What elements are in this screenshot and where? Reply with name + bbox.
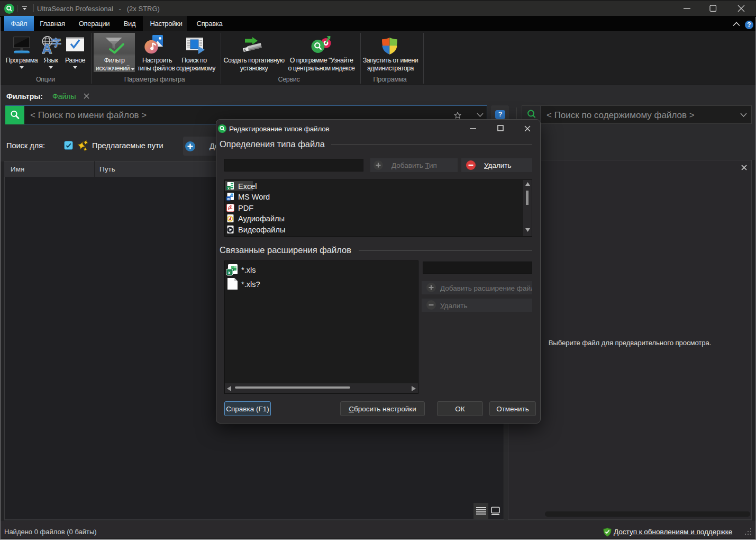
svg-text:w: w bbox=[226, 197, 230, 201]
svg-text:x: x bbox=[227, 186, 230, 190]
svg-text:字: 字 bbox=[52, 38, 61, 48]
svg-text:A: A bbox=[42, 41, 52, 55]
svg-text:x: x bbox=[228, 270, 231, 275]
